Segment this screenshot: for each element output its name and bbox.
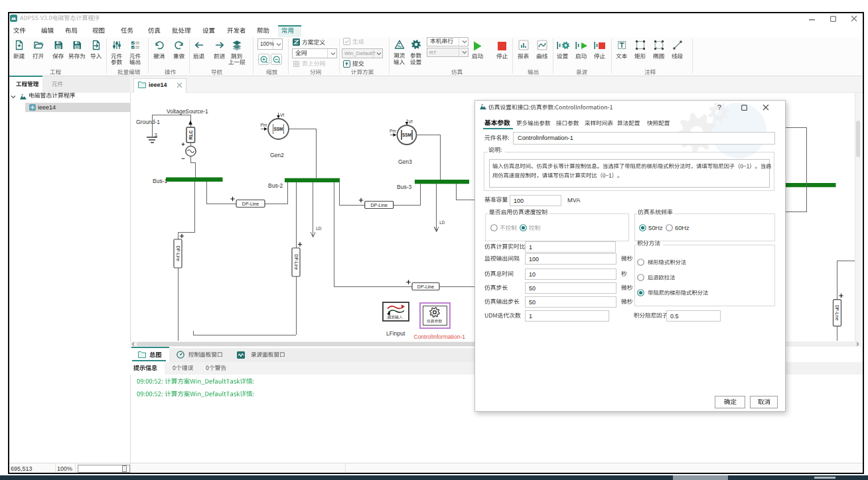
svg-text:+: + [181, 141, 184, 148]
svg-text:Bus-1: Bus-1 [153, 178, 167, 184]
svg-text:Vf: Vf [409, 119, 413, 124]
svg-text:Vf: Vf [280, 113, 284, 117]
svg-text:Bus-2: Bus-2 [268, 182, 283, 189]
svg-text:Gen2: Gen2 [270, 152, 284, 158]
svg-text:DP-Line: DP-Line [294, 255, 299, 270]
svg-text:LD: LD [439, 220, 445, 225]
svg-text:Bus-3: Bus-3 [397, 184, 411, 190]
svg-text:DP-Line: DP-Line [417, 284, 434, 289]
svg-text:DP-Line: DP-Line [835, 305, 839, 321]
svg-text:Pm: Pm [390, 129, 396, 133]
svg-text:DP-Line: DP-Line [242, 202, 259, 206]
svg-text:LD: LD [316, 226, 322, 231]
svg-text:Ground-1: Ground-1 [136, 119, 160, 125]
svg-text:3: 3 [155, 132, 157, 138]
svg-text:RLC: RLC [188, 130, 193, 139]
svg-text:VoltageSource-1: VoltageSource-1 [167, 108, 208, 115]
svg-text:SSM: SSM [402, 133, 411, 137]
svg-text:−: − [181, 155, 184, 162]
svg-text:DP-Line: DP-Line [371, 203, 388, 208]
svg-text:Pm: Pm [261, 123, 267, 127]
svg-text:DP-Line: DP-Line [176, 246, 181, 262]
svg-text:SSM: SSM [274, 127, 283, 131]
svg-text:Gen3: Gen3 [398, 158, 412, 165]
